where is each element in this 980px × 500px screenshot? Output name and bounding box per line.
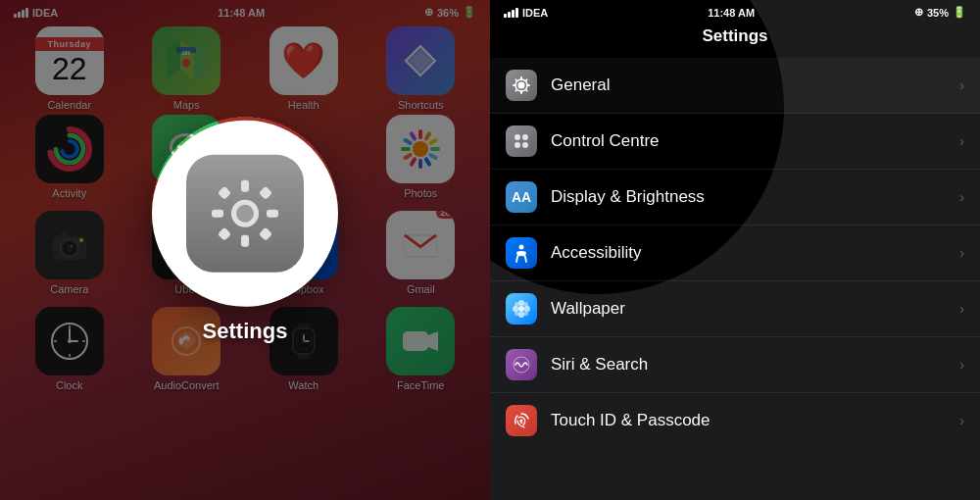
accessibility-person-icon	[512, 243, 531, 263]
settings-spotlight-label: Settings	[152, 319, 338, 344]
svg-rect-71	[241, 235, 249, 247]
svg-point-90	[514, 142, 520, 148]
display-label: Display & Brightness	[551, 187, 959, 207]
siri-icon	[506, 349, 537, 380]
svg-point-103	[520, 420, 523, 423]
settings-row-accessibility[interactable]: Accessibility ›	[490, 225, 980, 281]
touchid-label: Touch ID & Passcode	[551, 411, 959, 430]
settings-title: Settings	[490, 23, 980, 54]
settings-row-control[interactable]: Control Centre ›	[490, 114, 980, 170]
general-icon	[506, 70, 537, 101]
svg-point-101	[523, 311, 528, 316]
wallpaper-label: Wallpaper	[551, 299, 959, 319]
siri-chevron: ›	[959, 357, 964, 373]
settings-gear-icon	[206, 175, 284, 253]
svg-point-69	[236, 205, 254, 223]
right-panel: IDEA 11:48 AM ⊕ 35% 🔋 Settings	[490, 0, 980, 500]
control-centre-icon	[512, 131, 531, 151]
svg-rect-80	[520, 76, 522, 80]
settings-row-wallpaper[interactable]: Wallpaper ›	[490, 281, 980, 337]
fingerprint-icon	[512, 411, 531, 430]
svg-point-93	[518, 306, 524, 312]
gear-icon	[512, 75, 531, 95]
wallpaper-icon	[506, 293, 537, 325]
settings-row-display[interactable]: AA Display & Brightness ›	[490, 170, 980, 225]
touchid-icon	[506, 405, 537, 436]
right-battery: 35%	[927, 7, 949, 19]
accessibility-chevron: ›	[959, 245, 964, 261]
settings-row-siri[interactable]: Siri & Search ›	[490, 337, 980, 393]
svg-rect-76	[218, 227, 231, 241]
right-location-icon: ⊕	[914, 6, 923, 19]
settings-row-general[interactable]: General ›	[490, 58, 980, 114]
svg-point-100	[514, 311, 519, 316]
svg-point-91	[522, 142, 528, 148]
general-label: General	[551, 75, 959, 95]
siri-label: Siri & Search	[551, 355, 959, 375]
right-carrier: IDEA	[522, 7, 548, 19]
svg-point-99	[523, 302, 528, 307]
siri-waveform-icon	[512, 355, 531, 375]
svg-rect-75	[259, 186, 272, 200]
accessibility-label: Accessibility	[551, 243, 959, 263]
svg-rect-73	[267, 210, 278, 218]
svg-rect-70	[241, 180, 249, 192]
right-status-bar: IDEA 11:48 AM ⊕ 35% 🔋	[490, 0, 980, 23]
right-status-right: ⊕ 35% 🔋	[914, 6, 966, 19]
right-battery-icon: 🔋	[953, 6, 966, 19]
touchid-chevron: ›	[959, 413, 964, 428]
right-signal-icon	[504, 8, 518, 18]
settings-app-icon	[186, 155, 304, 273]
display-aa-icon: AA	[512, 189, 531, 205]
control-chevron: ›	[959, 133, 964, 149]
svg-point-92	[519, 245, 524, 250]
svg-point-78	[518, 82, 525, 89]
display-icon: AA	[506, 181, 537, 213]
general-chevron: ›	[959, 77, 964, 93]
control-icon	[506, 125, 537, 157]
right-time: 11:48 AM	[708, 7, 755, 19]
wallpaper-chevron: ›	[959, 301, 964, 317]
svg-rect-74	[218, 186, 231, 200]
settings-row-touchid[interactable]: Touch ID & Passcode ›	[490, 393, 980, 448]
display-chevron: ›	[959, 189, 964, 205]
svg-rect-72	[212, 210, 223, 218]
svg-point-88	[514, 134, 520, 140]
svg-rect-81	[520, 90, 522, 94]
right-status-left: IDEA	[504, 7, 548, 19]
left-panel: IDEA 11:48 AM ⊕ 36% 🔋 Thursday 22 Calend…	[0, 0, 490, 500]
wallpaper-flower-icon	[512, 299, 531, 319]
svg-rect-82	[513, 84, 516, 86]
settings-circle	[152, 121, 338, 307]
settings-list: General › Control Centre › AA Display & …	[490, 58, 980, 448]
svg-point-98	[514, 302, 519, 307]
control-label: Control Centre	[551, 131, 959, 151]
accessibility-icon	[506, 237, 537, 269]
svg-rect-83	[526, 84, 530, 86]
svg-point-89	[522, 134, 528, 140]
svg-rect-77	[259, 227, 272, 241]
settings-spotlight: Settings	[152, 121, 338, 344]
